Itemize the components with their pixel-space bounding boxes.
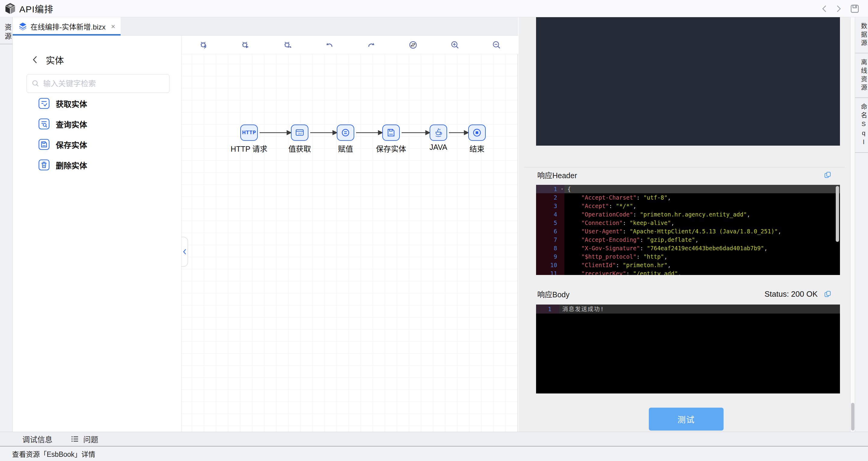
node-http-request[interactable]: HTTP — [240, 125, 258, 141]
document-check-icon — [38, 98, 50, 109]
assign-node-icon — [340, 127, 351, 138]
code-line: 7 "Accept-Encoding": "gzip,deflate", — [536, 236, 840, 244]
zoom-in-icon[interactable] — [450, 40, 460, 50]
resource-rail: 资源 — [0, 17, 13, 432]
copy-icon[interactable] — [824, 290, 832, 298]
document-search-icon — [38, 118, 50, 130]
entity-item-label: 查询实体 — [56, 119, 87, 130]
code-line: 5 "Connection": "keep-alive", — [536, 219, 840, 227]
redo-icon[interactable] — [367, 40, 376, 50]
save-file-icon[interactable] — [850, 4, 860, 13]
code-line: 9 "$http_protocol": "http", — [536, 252, 840, 261]
page-title: API编排 — [19, 2, 53, 15]
debug-play-icon[interactable] — [240, 40, 250, 50]
code-line: 3 "Accept": "*/*", — [536, 202, 840, 210]
debug-lightning-icon[interactable] — [199, 40, 208, 50]
entity-item-query[interactable]: 查询实体 — [38, 116, 165, 132]
editor-scrollbar[interactable] — [836, 186, 839, 242]
panel-title: 实体 — [46, 53, 64, 66]
svg-text:(x): (x) — [298, 132, 302, 135]
panel-scrollbar-track[interactable] — [850, 17, 855, 432]
request-editor[interactable] — [536, 17, 840, 146]
code-line: 1 消息发送成功! — [536, 305, 840, 313]
panel-collapse-handle[interactable] — [182, 237, 188, 267]
entity-item-save[interactable]: 保存实体 — [38, 136, 165, 153]
save-entity-node-icon — [386, 127, 396, 138]
node-save-entity[interactable] — [382, 125, 400, 141]
entity-panel: 实体 获取实体 查询实体 — [13, 36, 182, 432]
java-node-icon — [433, 127, 443, 138]
swap-circle-icon[interactable] — [408, 40, 418, 50]
app-logo-icon — [5, 3, 16, 14]
status-badge: Status: 200 OK — [765, 289, 818, 299]
tab-problems-label: 问题 — [83, 434, 98, 444]
canvas-toolbar — [182, 36, 518, 54]
node-value-get[interactable]: (x) — [291, 125, 308, 141]
undo-icon[interactable] — [324, 40, 334, 50]
debug-restart-icon[interactable] — [282, 40, 292, 50]
code-line: 4 "OperationCode": "primeton.hr.agency.e… — [536, 210, 840, 219]
copy-icon[interactable] — [824, 171, 832, 179]
back-chevron-icon[interactable] — [32, 55, 38, 64]
sidebar-tab-datasource[interactable]: 数据源 — [855, 17, 868, 53]
list-icon — [71, 436, 79, 442]
tab-online-orchestration[interactable]: 在线编排-实体新增.bizx × — [13, 17, 121, 36]
layers-icon — [19, 22, 27, 30]
node-label: 赋值 — [321, 143, 370, 154]
flow-canvas: HTTP (x) — [182, 36, 518, 432]
app-header: API编排 — [0, 0, 868, 17]
code-line: 11 "receiverKey": "/entity_add", — [536, 269, 840, 275]
node-label: 保存实体 — [367, 143, 415, 154]
end-node-icon — [472, 127, 482, 138]
rail-tab-resources[interactable]: 资源 — [0, 17, 13, 44]
entity-item-get[interactable]: 获取实体 — [38, 95, 165, 112]
response-body-editor[interactable]: 1 消息发送成功! — [536, 305, 840, 394]
node-label: HTTP 请求 — [225, 143, 273, 154]
trash-icon — [38, 159, 50, 171]
canvas-grid[interactable]: HTTP (x) — [182, 54, 518, 432]
code-line: 10 "ClientId": "primeton.hr", — [536, 261, 840, 269]
test-button[interactable]: 测试 — [649, 408, 723, 431]
status-bar-text: 查看资源「EsbBook」详情 — [12, 449, 95, 459]
code-line: 8 "X-Gov-Signature": "764eaf2419ec4643be… — [536, 244, 840, 252]
tab-close-icon[interactable]: × — [111, 22, 115, 31]
panel-scrollbar-thumb[interactable] — [851, 403, 855, 431]
entity-item-label: 获取实体 — [56, 98, 87, 109]
panel-divider — [524, 167, 845, 167]
search-input[interactable] — [43, 79, 158, 88]
response-body-title: 响应Body — [537, 288, 569, 299]
tab-title: 在线编排-实体新增.bizx — [30, 21, 105, 32]
zoom-out-icon[interactable] — [492, 40, 501, 50]
code-line: 6 "User-Agent": "Apache-HttpClient/4.5.1… — [536, 227, 840, 236]
tab-debug-info[interactable]: 调试信息 — [22, 434, 53, 444]
sidebar-tab-named-sql[interactable]: 命名Sql — [855, 98, 868, 153]
entity-item-delete[interactable]: 删除实体 — [38, 156, 165, 173]
node-assign[interactable] — [337, 125, 354, 141]
bottom-tab-strip: 调试信息 问题 — [0, 432, 868, 446]
sidebar-tab-offline-resources[interactable]: 离线资源 — [855, 53, 868, 98]
nav-forward-icon[interactable] — [835, 4, 842, 13]
http-node-icon: HTTP — [242, 130, 256, 135]
test-result-panel: 响应Header 1▾ { 2 "Accept-Charset": "utf-8… — [519, 17, 850, 432]
code-line: 2 "Accept-Charset": "utf-8", — [536, 193, 840, 202]
entity-item-label: 删除实体 — [56, 159, 87, 171]
nav-back-icon[interactable] — [821, 4, 828, 13]
entity-item-label: 保存实体 — [56, 139, 87, 150]
response-header-title: 响应Header — [537, 170, 577, 180]
save-icon — [38, 139, 50, 150]
status-bar: 查看资源「EsbBook」详情 — [0, 446, 868, 461]
code-line: 1▾ { — [536, 185, 840, 193]
search-icon — [32, 80, 39, 87]
node-java[interactable] — [430, 125, 447, 141]
fold-arrow-icon[interactable]: ▾ — [561, 185, 563, 193]
response-header-editor[interactable]: 1▾ { 2 "Accept-Charset": "utf-8", 3 "Acc… — [536, 185, 840, 275]
node-label: 值获取 — [276, 143, 324, 154]
tab-problems[interactable]: 问题 — [71, 434, 98, 444]
node-label: 结束 — [453, 143, 501, 154]
flow-edges — [182, 54, 518, 175]
right-sidebar: 数据源 离线资源 命名Sql — [855, 17, 868, 432]
value-get-node-icon: (x) — [294, 127, 305, 138]
node-end[interactable] — [468, 125, 486, 141]
search-box — [27, 74, 169, 93]
